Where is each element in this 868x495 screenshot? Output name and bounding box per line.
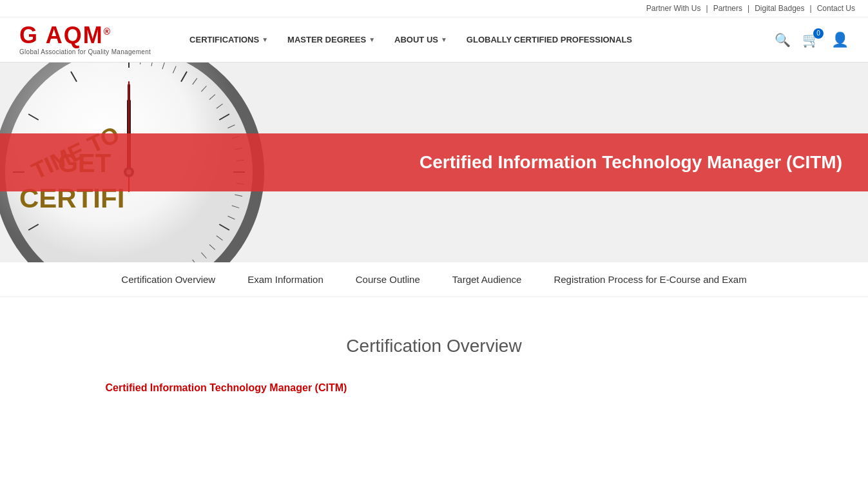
tab-registration-process[interactable]: Registration Process for E-Course and Ex… <box>554 274 746 285</box>
utility-bar: Partner With Us | Partners | Digital Bad… <box>0 0 868 17</box>
nav-links: CERTIFICATIONS ▼ MASTER DEGREES ▼ ABOUT … <box>189 35 775 44</box>
cart-badge: 0 <box>813 28 824 39</box>
search-icon[interactable]: 🔍 <box>775 32 791 48</box>
section-title: Certification Overview <box>106 336 763 356</box>
nav-globally-certified[interactable]: GLOBALLY CERTIFIED PROFESSIONALS <box>467 35 632 44</box>
nav-master-degrees[interactable]: MASTER DEGREES ▼ <box>287 35 375 44</box>
hero-banner: TIME TO GET CERTIFI Certified Informatio… <box>0 63 868 262</box>
tab-exam-information[interactable]: Exam Information <box>247 274 323 285</box>
content-area: Certification Overview Certified Informa… <box>80 297 789 420</box>
digital-badges-link[interactable]: Digital Badges <box>755 4 804 13</box>
sub-nav: Certification Overview Exam Information … <box>0 262 868 297</box>
sep3: | <box>810 4 812 13</box>
tab-course-outline[interactable]: Course Outline <box>356 274 420 285</box>
chevron-down-icon: ▼ <box>369 36 375 43</box>
partners-link[interactable]: Partners <box>713 4 742 13</box>
nav-about-us[interactable]: ABOUT US ▼ <box>394 35 447 44</box>
cert-overview-link[interactable]: Certified Information Technology Manager… <box>106 382 347 393</box>
contact-us-link[interactable]: Contact Us <box>817 4 855 13</box>
nav-actions: 🔍 🛒 0 👤 <box>775 32 849 48</box>
logo-text: G AQM® <box>19 24 151 47</box>
sep2: | <box>747 4 749 13</box>
main-nav: G AQM® Global Association for Quality Ma… <box>0 17 868 63</box>
cart-button[interactable]: 🛒 0 <box>802 32 820 48</box>
logo-subtitle: Global Association for Quality Managemen… <box>19 48 151 55</box>
chevron-down-icon: ▼ <box>441 36 447 43</box>
hero-red-overlay: Certified Information Technology Manager… <box>0 133 868 191</box>
hero-title: Certified Information Technology Manager… <box>420 152 842 173</box>
partner-with-us-link[interactable]: Partner With Us <box>646 4 701 13</box>
logo[interactable]: G AQM® Global Association for Quality Ma… <box>19 24 151 55</box>
nav-certifications[interactable]: CERTIFICATIONS ▼ <box>189 35 268 44</box>
chevron-down-icon: ▼ <box>262 36 268 43</box>
user-icon[interactable]: 👤 <box>831 32 849 48</box>
tab-target-audience[interactable]: Target Audience <box>452 274 522 285</box>
tab-certification-overview[interactable]: Certification Overview <box>121 274 215 285</box>
sep1: | <box>706 4 708 13</box>
